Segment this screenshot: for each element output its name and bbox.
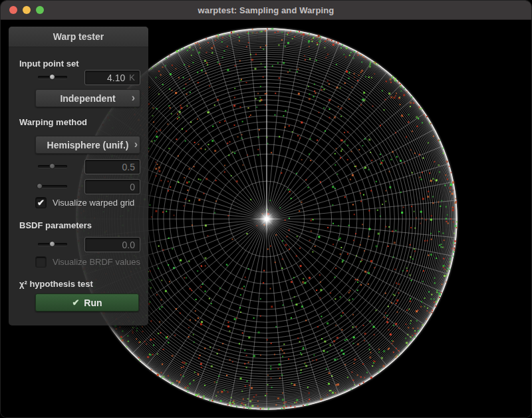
chi2-test-label: χ² hypothesis test bbox=[19, 279, 93, 289]
warp-method-label: Hemisphere (unif.) bbox=[47, 140, 129, 150]
slider-knob[interactable] bbox=[49, 74, 55, 80]
point-count-slider[interactable] bbox=[38, 73, 67, 81]
warp-param2-slider[interactable] bbox=[38, 182, 67, 190]
chevron-right-icon: › bbox=[132, 92, 135, 104]
slider-knob[interactable] bbox=[37, 183, 43, 189]
point-type-dropdown[interactable]: Independent › bbox=[35, 89, 140, 107]
point-type-label: Independent bbox=[60, 93, 115, 104]
warp-param1-value: 0.5 bbox=[122, 162, 135, 172]
warp-param2-value: 0 bbox=[130, 182, 135, 192]
chevron-right-icon: › bbox=[134, 138, 138, 150]
bsdf-param-slider[interactable] bbox=[38, 240, 67, 248]
check-icon: ✔ bbox=[72, 298, 79, 308]
checkmark-icon: ✔ bbox=[37, 198, 45, 207]
close-button[interactable] bbox=[9, 6, 17, 14]
window-title: warptest: Sampling and Warping bbox=[198, 5, 334, 15]
point-count-field[interactable]: 4.10 K bbox=[84, 70, 140, 85]
warp-param1-slider[interactable] bbox=[38, 162, 67, 170]
window-titlebar[interactable]: warptest: Sampling and Warping bbox=[1, 1, 531, 20]
visualize-grid-label: Visualize warped grid bbox=[53, 198, 134, 208]
app-window: warptest: Sampling and Warping Warp test… bbox=[0, 0, 532, 418]
zoom-button[interactable] bbox=[36, 6, 44, 14]
point-count-unit: K bbox=[129, 73, 135, 83]
panel-header[interactable]: Warp tester bbox=[9, 27, 148, 47]
warp-tester-panel: Warp tester Input point set 4.10 K Indep… bbox=[9, 27, 148, 325]
minimize-button[interactable] bbox=[23, 6, 31, 14]
visualize-grid-checkbox[interactable]: ✔ bbox=[35, 197, 47, 208]
run-test-button[interactable]: ✔ Run bbox=[35, 294, 139, 312]
point-count-value: 4.10 bbox=[107, 73, 125, 83]
warp-param2-field[interactable]: 0 bbox=[84, 179, 140, 194]
visualize-brdf-checkbox[interactable] bbox=[35, 256, 47, 268]
warping-method-label: Warping method bbox=[19, 117, 87, 127]
warp-param1-field[interactable]: 0.5 bbox=[84, 159, 140, 174]
input-point-set-label: Input point set bbox=[19, 59, 79, 69]
bsdf-parameters-label: BSDF parameters bbox=[19, 220, 92, 230]
panel-title: Warp tester bbox=[53, 31, 104, 42]
bsdf-param-value: 0.0 bbox=[122, 240, 135, 250]
visualize-grid-row: ✔ Visualize warped grid bbox=[35, 197, 134, 208]
traffic-lights bbox=[9, 6, 44, 14]
bsdf-param-field[interactable]: 0.0 bbox=[84, 237, 140, 252]
visualize-brdf-row: Visualize BRDF values bbox=[35, 256, 140, 268]
visualize-brdf-label: Visualize BRDF values bbox=[53, 257, 140, 267]
slider-knob[interactable] bbox=[49, 163, 55, 169]
warp-method-dropdown[interactable]: Hemisphere (unif.) › bbox=[35, 136, 140, 154]
run-label: Run bbox=[84, 298, 102, 308]
slider-knob[interactable] bbox=[49, 241, 55, 247]
